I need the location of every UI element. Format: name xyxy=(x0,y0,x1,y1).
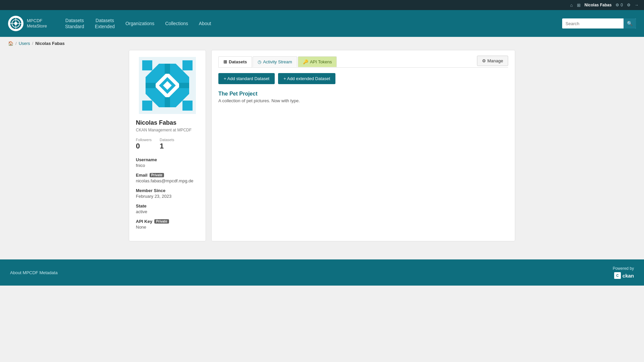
tab-datasets[interactable]: ⊞ Datasets xyxy=(218,56,252,67)
profile-description: CKAN Management at MPCDF xyxy=(136,128,199,132)
logo[interactable]: MPCDF MetaStore xyxy=(8,16,47,31)
tabs-row: ⊞ Datasets ◷ Activity Stream 🔑 API Token… xyxy=(218,56,508,68)
email-private-badge: Private xyxy=(150,173,164,177)
svg-rect-6 xyxy=(142,60,152,70)
profile-name: Nicolas Fabas xyxy=(136,119,199,126)
state-value: active xyxy=(136,209,199,214)
breadcrumb: 🏠 / Users / Nicolas Fabas xyxy=(0,37,644,50)
api-tokens-tab-icon: 🔑 xyxy=(303,59,308,64)
api-key-value: None xyxy=(136,225,199,230)
search-button[interactable]: 🔍 xyxy=(624,18,636,28)
tabs: ⊞ Datasets ◷ Activity Stream 🔑 API Token… xyxy=(218,56,337,67)
datasets-stat: Datasets 1 xyxy=(160,138,174,150)
svg-rect-7 xyxy=(182,60,193,70)
stats-row: Followers 0 Datasets 1 xyxy=(136,138,199,150)
breadcrumb-users[interactable]: Users xyxy=(19,41,30,46)
svg-rect-9 xyxy=(182,101,193,111)
followers-label: Followers xyxy=(136,138,152,142)
dataset-description: A collection of pet pictures. Now with t… xyxy=(218,98,508,103)
topbar-app[interactable]: ⊞ xyxy=(577,3,581,8)
breadcrumb-home[interactable]: 🏠 xyxy=(8,41,13,46)
topbar-gear-icon: ⚙ xyxy=(627,3,631,7)
profile-sidebar: Nicolas Fabas CKAN Management at MPCDF F… xyxy=(129,50,206,241)
svg-rect-8 xyxy=(142,101,152,111)
svg-rect-17 xyxy=(179,83,189,88)
state-field: State active xyxy=(136,203,199,214)
api-tokens-tab-label: API Tokens xyxy=(310,59,332,64)
ckan-logo-icon: C xyxy=(614,272,621,279)
topbar-user[interactable]: Nicolas Fabas xyxy=(585,3,612,7)
add-standard-dataset-button[interactable]: + Add standard Dataset xyxy=(218,73,275,84)
email-field: Email Private nicolas.fabas@mpcdf.mpg.de xyxy=(136,173,199,183)
powered-by-text: Powered by xyxy=(613,266,634,271)
topbar-settings-icon: ⚙ xyxy=(615,3,619,7)
content-panel: ⊞ Datasets ◷ Activity Stream 🔑 API Token… xyxy=(211,50,515,241)
breadcrumb-sep-2: / xyxy=(32,41,34,46)
datasets-value: 1 xyxy=(160,142,174,150)
svg-rect-16 xyxy=(146,83,156,88)
footer-about-link[interactable]: About MPCDF Metadata xyxy=(10,270,58,275)
activity-stream-tab-label: Activity Stream xyxy=(263,59,292,64)
app-icon: ⊞ xyxy=(577,3,581,8)
nav-about[interactable]: About xyxy=(194,18,216,29)
username-field: Username fnico xyxy=(136,157,199,168)
manage-button[interactable]: ⚙ Manage xyxy=(477,56,508,66)
ckan-logo: C ckan xyxy=(614,272,634,279)
email-label: Email Private xyxy=(136,173,199,178)
datasets-tab-label: Datasets xyxy=(229,59,247,64)
followers-value: 0 xyxy=(136,142,152,150)
avatar-container xyxy=(136,57,199,114)
topbar-username: Nicolas Fabas xyxy=(585,3,612,7)
api-key-label: API Key Private xyxy=(136,219,199,224)
nav-datasets-standard[interactable]: DatasetsStandard xyxy=(60,15,89,32)
topbar: ⌂ ⊞ Nicolas Fabas ⚙ 0 ⚙ → xyxy=(0,0,644,10)
member-since-field: Member Since February 23, 2023 xyxy=(136,188,199,199)
topbar-count[interactable]: ⚙ 0 xyxy=(615,3,623,7)
topbar-count-value: 0 xyxy=(621,3,623,7)
svg-rect-14 xyxy=(165,64,170,74)
member-since-value: February 23, 2023 xyxy=(136,194,199,199)
header: MPCDF MetaStore DatasetsStandard Dataset… xyxy=(0,10,644,37)
topbar-gear[interactable]: ⚙ xyxy=(627,3,631,7)
tab-activity-stream[interactable]: ◷ Activity Stream xyxy=(253,56,297,67)
search-area: 🔍 xyxy=(562,18,636,28)
footer: About MPCDF Metadata Powered by C ckan xyxy=(0,259,644,286)
topbar-arrow-icon: → xyxy=(635,3,639,7)
api-key-field: API Key Private None xyxy=(136,219,199,230)
breadcrumb-sep-1: / xyxy=(15,41,17,46)
home-icon: ⌂ xyxy=(570,3,573,8)
tab-api-tokens[interactable]: 🔑 API Tokens xyxy=(298,56,337,67)
nav-collections[interactable]: Collections xyxy=(160,18,193,29)
datasets-tab-icon: ⊞ xyxy=(223,59,227,64)
main-content: Nicolas Fabas CKAN Management at MPCDF F… xyxy=(121,50,523,249)
nav-datasets-extended[interactable]: DatasetsExtended xyxy=(90,15,119,32)
main-nav: DatasetsStandard DatasetsExtended Organi… xyxy=(60,15,562,32)
logo-circle xyxy=(8,16,23,31)
breadcrumb-current: Nicolas Fabas xyxy=(35,41,64,46)
nav-organizations[interactable]: Organizations xyxy=(121,18,159,29)
search-input[interactable] xyxy=(562,19,624,28)
followers-stat: Followers 0 xyxy=(136,138,152,150)
api-key-private-badge: Private xyxy=(154,219,169,224)
search-box: 🔍 xyxy=(562,18,636,28)
home-icon: 🏠 xyxy=(8,41,13,46)
ckan-label: ckan xyxy=(623,273,634,279)
action-buttons: + Add standard Dataset + Add extended Da… xyxy=(218,73,508,84)
logo-text: MPCDF MetaStore xyxy=(27,18,47,28)
dataset-item: The Pet Project A collection of pet pict… xyxy=(218,91,508,103)
email-value: nicolas.fabas@mpcdf.mpg.de xyxy=(136,178,199,183)
activity-stream-tab-icon: ◷ xyxy=(258,59,261,64)
footer-right: Powered by C ckan xyxy=(613,266,634,279)
avatar xyxy=(139,57,196,114)
dataset-title[interactable]: The Pet Project xyxy=(218,91,508,97)
topbar-arrow[interactable]: → xyxy=(635,3,639,7)
username-label: Username xyxy=(136,157,199,162)
add-extended-dataset-button[interactable]: + Add extended Dataset xyxy=(278,73,335,84)
svg-rect-15 xyxy=(165,97,170,107)
datasets-label: Datasets xyxy=(160,138,174,142)
username-value: fnico xyxy=(136,163,199,168)
topbar-home[interactable]: ⌂ xyxy=(570,3,573,8)
member-since-label: Member Since xyxy=(136,188,199,193)
state-label: State xyxy=(136,203,199,208)
